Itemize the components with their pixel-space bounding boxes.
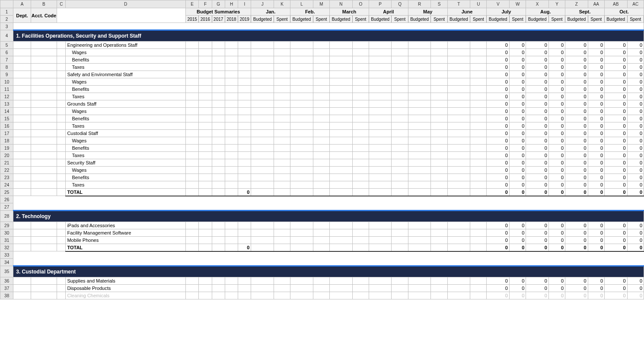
cell-value[interactable]: 0: [509, 174, 526, 181]
cell-value[interactable]: 0: [605, 93, 627, 100]
header-year[interactable]: 2018: [225, 16, 238, 23]
cell-value[interactable]: 0: [605, 292, 627, 299]
row-label[interactable]: Mobile Phones: [66, 237, 186, 244]
row-label[interactable]: Taxes: [66, 64, 186, 71]
cell-value[interactable]: 0: [565, 78, 588, 86]
cell-value[interactable]: 0: [526, 285, 548, 292]
total-value[interactable]: 0: [526, 244, 548, 251]
cell-value[interactable]: 0: [565, 49, 588, 56]
cell-value[interactable]: 0: [548, 86, 565, 93]
cell-value[interactable]: 0: [565, 42, 588, 49]
cell-value[interactable]: 0: [487, 167, 509, 174]
cell-value[interactable]: 0: [526, 71, 548, 78]
total-label[interactable]: TOTAL: [66, 189, 186, 196]
cell-value[interactable]: 0: [588, 100, 604, 108]
cell-value[interactable]: 0: [487, 137, 509, 145]
cell-value[interactable]: 0: [605, 145, 627, 152]
header-dept[interactable]: Dept.: [13, 8, 31, 23]
header-month[interactable]: Aug.: [526, 8, 565, 16]
header-budgeted[interactable]: Budgeted: [290, 16, 313, 23]
cell-value[interactable]: 0: [627, 181, 644, 189]
cell-value[interactable]: 0: [548, 181, 565, 189]
cell-value[interactable]: 0: [487, 64, 509, 71]
cell-value[interactable]: 0: [487, 181, 509, 189]
cell-value[interactable]: 0: [509, 122, 526, 130]
header-year[interactable]: 2017: [212, 16, 225, 23]
cell-value[interactable]: 0: [526, 237, 548, 244]
cell-value[interactable]: 0: [487, 42, 509, 49]
cell-value[interactable]: 0: [526, 277, 548, 285]
cell-value[interactable]: 0: [627, 174, 644, 181]
row-label[interactable]: Taxes: [66, 122, 186, 130]
cell-value[interactable]: 0: [565, 292, 588, 299]
cell-value[interactable]: 0: [605, 122, 627, 130]
cell-value[interactable]: 0: [526, 86, 548, 93]
cell-value[interactable]: 0: [548, 93, 565, 100]
cell-value[interactable]: 0: [565, 86, 588, 93]
cell-value[interactable]: 0: [487, 100, 509, 108]
cell-value[interactable]: 0: [548, 56, 565, 64]
cell-value[interactable]: 0: [588, 130, 604, 137]
cell-value[interactable]: 0: [588, 42, 604, 49]
cell-value[interactable]: 0: [526, 159, 548, 167]
cell-value[interactable]: 0: [526, 145, 548, 152]
cell-value[interactable]: 0: [588, 64, 604, 71]
total-value[interactable]: 0: [605, 189, 627, 196]
header-year[interactable]: 2016: [199, 16, 212, 23]
cell-value[interactable]: 0: [627, 229, 644, 237]
cell-value[interactable]: 0: [588, 56, 604, 64]
cell-value[interactable]: 0: [565, 122, 588, 130]
cell-value[interactable]: 0: [548, 122, 565, 130]
total-value[interactable]: 0: [509, 189, 526, 196]
header-budgeted[interactable]: Budgeted: [605, 16, 627, 23]
cell-value[interactable]: 0: [565, 174, 588, 181]
cell-value[interactable]: 0: [605, 130, 627, 137]
cell-value[interactable]: 0: [588, 292, 604, 299]
cell-value[interactable]: 0: [627, 56, 644, 64]
cell-value[interactable]: 0: [548, 222, 565, 229]
header-month[interactable]: March: [330, 8, 369, 16]
cell-value[interactable]: 0: [509, 222, 526, 229]
cell-value[interactable]: 0: [487, 229, 509, 237]
cell-value[interactable]: 0: [627, 49, 644, 56]
cell-value[interactable]: 0: [565, 115, 588, 122]
header-year[interactable]: 2015: [186, 16, 199, 23]
cell-value[interactable]: 0: [588, 152, 604, 159]
header-month[interactable]: Feb.: [290, 8, 330, 16]
cell-value[interactable]: 0: [588, 71, 604, 78]
cell-value[interactable]: 0: [627, 93, 644, 100]
row-label[interactable]: Wages: [66, 137, 186, 145]
cell-value[interactable]: 0: [565, 64, 588, 71]
grid[interactable]: ABCDEFGHIJKLMNOPQRSTUVWXYZAAABAC 1Dept.A…: [0, 0, 644, 299]
cell-value[interactable]: 0: [548, 130, 565, 137]
row-label[interactable]: Supplies and Materials: [66, 277, 186, 285]
row-label[interactable]: Taxes: [66, 93, 186, 100]
cell-value[interactable]: 0: [565, 93, 588, 100]
cell-value[interactable]: 0: [487, 49, 509, 56]
cell-value[interactable]: 0: [588, 86, 604, 93]
cell-value[interactable]: 0: [487, 71, 509, 78]
row-label[interactable]: Taxes: [66, 152, 186, 159]
cell-value[interactable]: 0: [548, 167, 565, 174]
cell-value[interactable]: 0: [605, 181, 627, 189]
header-month[interactable]: Oct.: [605, 8, 644, 16]
cell-value[interactable]: 0: [565, 167, 588, 174]
cell-value[interactable]: 0: [548, 237, 565, 244]
cell-value[interactable]: 0: [565, 159, 588, 167]
row-label[interactable]: Engineering and Operations Staff: [66, 42, 186, 49]
cell-value[interactable]: 0: [509, 86, 526, 93]
cell-value[interactable]: 0: [627, 78, 644, 86]
cell-value[interactable]: 0: [548, 285, 565, 292]
cell-value[interactable]: 0: [548, 115, 565, 122]
cell-value[interactable]: 0: [548, 159, 565, 167]
cell-value[interactable]: 0: [509, 115, 526, 122]
cell-value[interactable]: 0: [588, 78, 604, 86]
cell-value[interactable]: 0: [526, 64, 548, 71]
cell-value[interactable]: 0: [627, 152, 644, 159]
cell-value[interactable]: 0: [627, 130, 644, 137]
header-budgeted[interactable]: Budgeted: [565, 16, 588, 23]
row-label[interactable]: Benefits: [66, 115, 186, 122]
cell-value[interactable]: 0: [605, 100, 627, 108]
cell-value[interactable]: 0: [627, 86, 644, 93]
header-spent[interactable]: Spent: [274, 16, 290, 23]
